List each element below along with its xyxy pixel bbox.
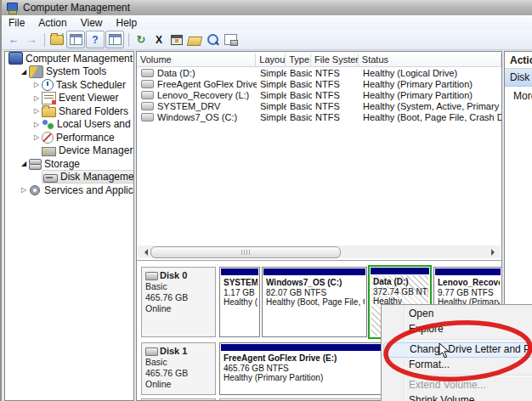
refresh-icon[interactable]: ↻: [133, 31, 150, 48]
menu-separator: [407, 339, 532, 340]
volume-list-header: Volume Layout Type File System Status: [137, 54, 501, 67]
volume-list: Data (D:) Simple Basic NTFS Healthy (Log…: [137, 67, 501, 122]
expander-open-icon[interactable]: ◢: [19, 160, 29, 167]
tree-item-system-tools[interactable]: ◢ System Tools: [5, 65, 133, 79]
volume-icon: [141, 113, 154, 121]
scrollbar-track[interactable]: [150, 246, 488, 258]
delete-icon[interactable]: X: [150, 31, 167, 48]
scroll-left-icon[interactable]: [138, 246, 150, 258]
expander-closed-icon[interactable]: ▷: [31, 133, 42, 141]
menu-item-change-drive-letter[interactable]: Change Drive Letter and Paths...: [383, 342, 532, 358]
menu-item-extend-volume: Extend Volume...: [382, 378, 532, 393]
computer-icon: [8, 52, 23, 65]
toolbar-separator: [44, 33, 45, 47]
console-window-icon[interactable]: [66, 31, 85, 48]
actions-group-disk-management[interactable]: Disk Management: [505, 69, 532, 87]
disk-management-icon: [43, 174, 58, 183]
tree-item-local-users-groups[interactable]: ▷ Local Users and Groups: [5, 118, 133, 132]
column-volume[interactable]: Volume: [137, 54, 256, 67]
volume-icon: [141, 102, 154, 110]
column-file-system[interactable]: File System: [311, 54, 359, 67]
storage-icon: [29, 158, 42, 169]
disk-window-icon[interactable]: [222, 31, 239, 48]
disk-icon: [145, 272, 158, 280]
console-tree-pane: Computer Management (Local) ◢ System Too…: [4, 51, 134, 401]
expander-closed-icon[interactable]: ▷: [19, 186, 29, 194]
window-title: Computer Management: [23, 2, 130, 14]
volume-row-windows7-os[interactable]: Windows7_OS (C:) Simple Basic NTFS Healt…: [137, 111, 501, 122]
volume-icon: [141, 91, 154, 99]
device-manager-icon: [42, 147, 56, 156]
back-icon[interactable]: ←: [5, 31, 22, 48]
shared-folders-icon: [42, 107, 56, 117]
performance-icon: [42, 132, 54, 144]
menu-view[interactable]: View: [74, 16, 110, 30]
open-folder-icon[interactable]: [186, 31, 203, 48]
partition-system-drv[interactable]: SYSTEM_DRV 1.17 GB NTFS Healthy (System,…: [219, 267, 260, 337]
actions-title: Actions: [505, 52, 532, 69]
context-menu: Open Explore Change Drive Letter and Pat…: [381, 304, 532, 401]
expander-closed-icon[interactable]: ▷: [31, 94, 42, 102]
show-console-tree-icon[interactable]: [48, 31, 65, 48]
expander-closed-icon[interactable]: ▷: [31, 107, 42, 115]
volume-row-data[interactable]: Data (D:) Simple Basic NTFS Healthy (Log…: [137, 67, 501, 78]
tree-item-computer-management[interactable]: Computer Management (Local): [5, 52, 133, 65]
system-tools-icon: [29, 65, 43, 78]
toolbar-separator: [128, 33, 129, 47]
menu-bar: File Action View Help: [2, 15, 532, 31]
menu-help[interactable]: Help: [110, 16, 144, 30]
column-type[interactable]: Type: [286, 54, 311, 67]
toolbar: ← → ? ↻ X: [2, 30, 532, 50]
expander-closed-icon[interactable]: ▷: [31, 121, 42, 128]
disk0-label[interactable]: Disk 0 Basic 465.76 GB Online: [141, 267, 216, 337]
partition-windows7-os[interactable]: Windows7_OS (C:) 82.07 GB NTFS Healthy (…: [262, 267, 367, 337]
more-actions[interactable]: More Actions: [505, 87, 532, 102]
expander-open-icon[interactable]: ◢: [19, 68, 29, 76]
volume-row-system-drv[interactable]: SYSTEM_DRV Simple Basic NTFS Healthy (Sy…: [137, 100, 501, 111]
tree-item-device-manager[interactable]: Device Manager: [5, 144, 133, 158]
action-pane-icon[interactable]: [105, 31, 124, 48]
menu-file[interactable]: File: [2, 16, 31, 30]
find-icon[interactable]: [204, 31, 221, 48]
volume-row-lenovo-recovery[interactable]: Lenovo_Recovery (L:) Simple Basic NTFS H…: [137, 89, 501, 100]
computer-management-window: Computer Management File Action View Hel…: [0, 0, 532, 401]
menu-separator: [407, 375, 532, 376]
menu-item-explore[interactable]: Explore: [382, 322, 532, 337]
disk-icon: [145, 347, 158, 356]
disk1-label[interactable]: Disk 1 Basic 465.76 GB Online: [141, 342, 216, 395]
volume-icon: [141, 80, 154, 88]
column-status[interactable]: Status: [359, 54, 501, 67]
menu-item-open[interactable]: Open: [382, 307, 532, 322]
scrollbar-thumb[interactable]: [150, 246, 341, 258]
menu-item-shrink-volume[interactable]: Shrink Volume...: [382, 393, 532, 401]
horizontal-scrollbar[interactable]: [138, 246, 501, 258]
tree-item-task-scheduler[interactable]: ▷ Task Scheduler: [5, 78, 133, 92]
menu-action[interactable]: Action: [31, 16, 73, 30]
tree-item-disk-management[interactable]: Disk Management: [5, 171, 133, 184]
tree-selection: Disk Management: [42, 170, 134, 184]
column-layout[interactable]: Layout: [256, 54, 286, 67]
services-applications-icon: [29, 184, 42, 195]
properties-icon[interactable]: [168, 31, 185, 48]
local-users-groups-icon: [42, 119, 54, 130]
expander-closed-icon[interactable]: ▷: [31, 81, 42, 88]
volume-row-freeagent[interactable]: FreeAgent GoFlex Drive (E:) Simple Basic…: [137, 78, 501, 89]
app-icon: [6, 3, 18, 13]
event-viewer-icon: [42, 92, 56, 104]
scroll-right-icon[interactable]: [488, 246, 501, 258]
menu-item-format[interactable]: Format...: [382, 358, 532, 373]
tree-item-performance[interactable]: ▷ Performance: [5, 131, 133, 144]
task-scheduler-icon: [42, 79, 54, 91]
forward-icon[interactable]: →: [23, 31, 40, 48]
tree-item-event-viewer[interactable]: ▷ Event Viewer: [5, 92, 133, 105]
tree-item-services-applications[interactable]: ▷ Services and Applications: [5, 184, 133, 197]
tree-item-storage[interactable]: ◢ Storage: [5, 157, 133, 171]
tree-item-shared-folders[interactable]: ▷ Shared Folders: [5, 104, 133, 118]
help-icon[interactable]: ?: [86, 31, 105, 48]
volume-icon: [141, 69, 154, 77]
title-bar[interactable]: Computer Management: [2, 0, 532, 16]
